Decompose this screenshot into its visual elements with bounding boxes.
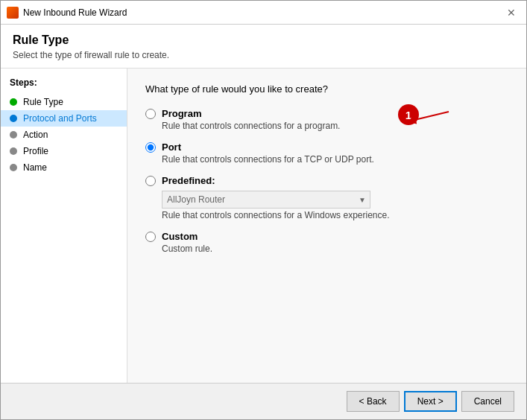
desc-port: Rule that controls connections for a TCP… xyxy=(162,154,508,165)
sidebar-item-action[interactable]: Action xyxy=(1,127,127,143)
steps-label: Steps: xyxy=(1,77,127,94)
option-port-row: Port xyxy=(145,141,508,153)
app-icon xyxy=(7,7,19,19)
dot-icon-protocol-ports xyxy=(10,115,17,122)
predefined-select[interactable]: AllJoyn Router xyxy=(162,191,370,209)
radio-port[interactable] xyxy=(145,142,156,153)
question-text: What type of rule would you like to crea… xyxy=(145,83,508,95)
window-title: New Inbound Rule Wizard xyxy=(23,7,502,18)
annotation-1-arrow xyxy=(404,98,464,136)
dot-icon-rule-type xyxy=(10,98,17,106)
title-bar: New Inbound Rule Wizard ✕ xyxy=(1,1,526,25)
close-button[interactable]: ✕ xyxy=(502,4,520,22)
desc-predefined: Rule that controls connections for a Win… xyxy=(162,210,508,220)
options-container: What type of rule would you like to crea… xyxy=(145,83,508,368)
option-custom: Custom Custom rule. xyxy=(145,231,508,254)
sidebar-label-rule-type: Rule Type xyxy=(23,97,63,107)
sidebar-item-rule-type[interactable]: Rule Type xyxy=(1,94,127,110)
option-custom-row: Custom xyxy=(145,231,508,242)
back-button[interactable]: < Back xyxy=(347,391,400,412)
content-area: Steps: Rule Type Protocol and Ports Acti… xyxy=(1,69,526,383)
sidebar-item-name[interactable]: Name xyxy=(1,159,127,176)
option-port: Port Rule that controls connections for … xyxy=(145,141,508,165)
desc-custom: Custom rule. xyxy=(162,244,508,254)
sidebar-label-action: Action xyxy=(23,130,48,140)
page-header: Rule Type Select the type of firewall ru… xyxy=(1,25,526,69)
dot-icon-name xyxy=(10,164,17,171)
option-predefined-row: Predefined: xyxy=(145,175,508,186)
radio-program[interactable] xyxy=(145,109,156,119)
label-custom: Custom xyxy=(162,231,198,242)
wizard-window: New Inbound Rule Wizard ✕ Rule Type Sele… xyxy=(0,0,527,420)
label-port: Port xyxy=(162,141,181,153)
cancel-button[interactable]: Cancel xyxy=(461,391,514,412)
sidebar-label-protocol-ports: Protocol and Ports xyxy=(23,113,97,124)
main-panel: What type of rule would you like to crea… xyxy=(127,69,526,383)
dot-icon-action xyxy=(10,131,17,139)
radio-custom[interactable] xyxy=(145,232,156,242)
sidebar-label-profile: Profile xyxy=(23,146,48,156)
next-button[interactable]: Next > xyxy=(404,391,457,412)
option-predefined: Predefined: AllJoyn Router ▼ Rule that c… xyxy=(145,175,508,220)
sidebar-label-name: Name xyxy=(23,162,47,173)
predefined-select-row: AllJoyn Router ▼ xyxy=(162,191,508,209)
svg-line-1 xyxy=(411,112,449,121)
sidebar-item-protocol-ports[interactable]: Protocol and Ports xyxy=(1,110,127,127)
page-subtitle: Select the type of firewall rule to crea… xyxy=(13,50,514,60)
label-predefined: Predefined: xyxy=(162,175,215,186)
predefined-select-wrapper: AllJoyn Router ▼ xyxy=(162,191,370,209)
label-program: Program xyxy=(162,108,201,119)
sidebar-item-profile[interactable]: Profile xyxy=(1,143,127,159)
footer: < Back Next > Cancel xyxy=(1,383,526,419)
radio-predefined[interactable] xyxy=(145,176,156,186)
sidebar: Steps: Rule Type Protocol and Ports Acti… xyxy=(1,69,127,383)
dot-icon-profile xyxy=(10,147,17,155)
page-title: Rule Type xyxy=(13,34,514,47)
